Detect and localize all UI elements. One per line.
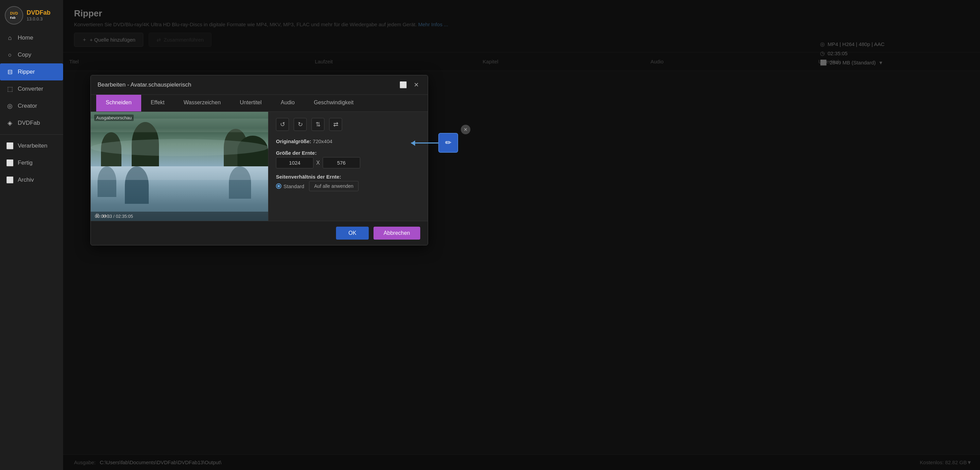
preview-ausgabe-label: Ausgabevorschau <box>94 114 134 121</box>
modal-title: Bearbeiten - Avatar.schauspielerisch <box>97 81 191 88</box>
preview-top-frame: Ausgabevorschau <box>91 112 268 166</box>
modal-tabs: Schneiden Effekt Wasserzeichen Untertite… <box>91 95 428 112</box>
modal-overlay: Bearbeiten - Avatar.schauspielerisch ⬜ ✕… <box>63 0 980 470</box>
radio-dot <box>277 185 280 187</box>
sidebar-item-ripper[interactable]: ⊟ Ripper <box>0 64 63 81</box>
modal-header: Bearbeiten - Avatar.schauspielerisch ⬜ ✕ <box>91 75 428 95</box>
sidebar-item-converter[interactable]: ⬚ Converter <box>0 81 63 97</box>
sidebar-item-creator[interactable]: ◎ Creator <box>0 97 63 114</box>
tab-schneiden[interactable]: Schneiden <box>96 95 141 111</box>
flip-horizontal-icon: ⇄ <box>333 121 338 128</box>
verarbeiten-icon: ⬜ <box>6 142 14 149</box>
main-content: Ripper Konvertieren Sie DVD/Blu-ray/4K U… <box>63 0 980 470</box>
sidebar-item-label-converter: Converter <box>18 86 43 92</box>
tab-geschwindigkeit[interactable]: Geschwindigkeit <box>304 95 363 111</box>
sidebar-item-verarbeiten[interactable]: ⬜ Verarbeiten <box>0 137 63 154</box>
modal-footer: OK Abbrechen <box>91 221 428 245</box>
sidebar-item-label-home: Home <box>18 35 33 41</box>
sidebar-item-fertig[interactable]: ⬜ Fertig <box>0 154 63 171</box>
sidebar-item-archiv[interactable]: ⬜ Archiv <box>0 171 63 189</box>
sidebar-item-label-fertig: Fertig <box>18 159 32 166</box>
cancel-button[interactable]: Abbrechen <box>374 227 420 240</box>
edit-close-button[interactable]: ✕ <box>461 125 470 134</box>
modal-maximize-button[interactable]: ⬜ <box>398 80 408 90</box>
sidebar-item-label-archiv: Archiv <box>18 176 34 183</box>
tab-effekt[interactable]: Effekt <box>141 95 174 111</box>
crop-width-input[interactable] <box>276 157 313 168</box>
floating-edit-indicator: ✏ ✕ <box>411 133 470 153</box>
frame-icon[interactable]: ⏭ <box>102 212 108 219</box>
tab-untertitel[interactable]: Untertitel <box>230 95 271 111</box>
flip-horizontal-button[interactable]: ⇄ <box>329 118 342 131</box>
sidebar-item-label-dvdfab: DVDFab <box>18 120 40 127</box>
sidebar-item-label-copy: Copy <box>18 51 31 58</box>
sidebar-item-label-creator: Creator <box>18 103 37 110</box>
arrow-indicator <box>411 143 438 143</box>
modal-close-button[interactable]: ✕ <box>411 80 421 90</box>
rotate-left-icon: ↺ <box>280 121 285 128</box>
mist-layer <box>91 139 268 156</box>
tab-wasserzeichen[interactable]: Wasserzeichen <box>174 95 230 111</box>
pause-icon[interactable]: ⏸ <box>94 212 100 219</box>
crop-size-inputs: X <box>276 157 420 168</box>
apply-all-button[interactable]: Auf alle anwenden <box>309 181 358 191</box>
crop-icon-buttons: ↺ ↻ ⇅ ⇄ <box>276 118 420 131</box>
sidebar-item-copy[interactable]: ○ Copy <box>0 46 63 64</box>
logo-text: DVDFab <box>10 11 18 19</box>
sidebar-item-label-ripper: Ripper <box>18 68 35 75</box>
preview-controls-bar: ⏸ ⏭ 00:00:33 / 02:35:05 <box>91 212 268 221</box>
modal-body: Ausgabevorschau ⏸ <box>91 112 428 221</box>
crop-controls-panel: ↺ ↻ ⇅ ⇄ Originalgröße <box>268 112 428 221</box>
ripper-icon: ⊟ <box>6 68 14 76</box>
tab-audio[interactable]: Audio <box>271 95 304 111</box>
close-icon: ✕ <box>464 127 468 132</box>
creator-icon: ◎ <box>6 102 14 110</box>
rotate-right-icon: ↻ <box>298 121 303 128</box>
crop-height-input[interactable] <box>323 157 360 168</box>
modal-controls: ⬜ ✕ <box>398 80 421 90</box>
crop-separator: X <box>316 160 320 166</box>
aspect-row: Standard Auf alle anwenden <box>276 181 420 191</box>
archiv-icon: ⬜ <box>6 176 14 184</box>
radio-circle <box>276 183 282 189</box>
rotate-right-button[interactable]: ↻ <box>294 118 307 131</box>
sidebar-item-dvdfab[interactable]: ◈ DVDFab <box>0 114 63 132</box>
sidebar-item-label-verarbeiten: Verarbeiten <box>18 143 48 149</box>
crop-size-block: Größe der Ernte: X <box>276 150 420 168</box>
copy-icon: ○ <box>6 51 14 59</box>
video-preview-panel: Ausgabevorschau ⏸ <box>91 112 268 221</box>
original-size-label: Originalgröße: <box>276 138 311 144</box>
sidebar: DVDFab DVDFab 13.0.0.3 ⌂ Home ○ Copy ⊟ R… <box>0 0 63 470</box>
preview-bottom-frame: ⏸ ⏭ 00:00:33 / 02:35:05 <box>91 166 268 221</box>
edit-modal: Bearbeiten - Avatar.schauspielerisch ⬜ ✕… <box>91 75 428 245</box>
logo-icon: DVDFab <box>5 6 23 25</box>
fertig-icon: ⬜ <box>6 159 14 167</box>
crop-size-label: Größe der Ernte: <box>276 150 420 156</box>
sidebar-item-home[interactable]: ⌂ Home <box>0 29 63 46</box>
home-icon: ⌂ <box>6 34 14 41</box>
ok-button[interactable]: OK <box>336 227 368 240</box>
playback-controls: ⏸ ⏭ <box>94 212 108 219</box>
converter-icon: ⬚ <box>6 85 14 93</box>
pencil-icon: ✏ <box>445 138 451 147</box>
rotate-left-button[interactable]: ↺ <box>276 118 289 131</box>
flip-vertical-icon: ⇅ <box>315 121 321 128</box>
logo-brand-block: DVDFab 13.0.0.3 <box>27 9 51 21</box>
app-version: 13.0.0.3 <box>27 16 51 21</box>
aspect-standard-radio[interactable]: Standard <box>276 183 304 189</box>
aspect-ratio-label: Seitenverhältnis der Ernte: <box>276 174 420 179</box>
original-size-value: 720x404 <box>313 138 332 144</box>
flip-vertical-button[interactable]: ⇅ <box>312 118 325 131</box>
aspect-ratio-block: Seitenverhältnis der Ernte: Standard Auf… <box>276 174 420 191</box>
mist-top <box>91 166 268 180</box>
sidebar-divider <box>0 134 63 135</box>
edit-pencil-button[interactable]: ✏ <box>438 133 458 153</box>
app-logo: DVDFab DVDFab 13.0.0.3 <box>0 0 63 29</box>
dvdfab-icon: ◈ <box>6 119 14 127</box>
original-size-block: Originalgröße: 720x404 <box>276 138 420 144</box>
brand-name: DVDFab <box>27 9 51 16</box>
